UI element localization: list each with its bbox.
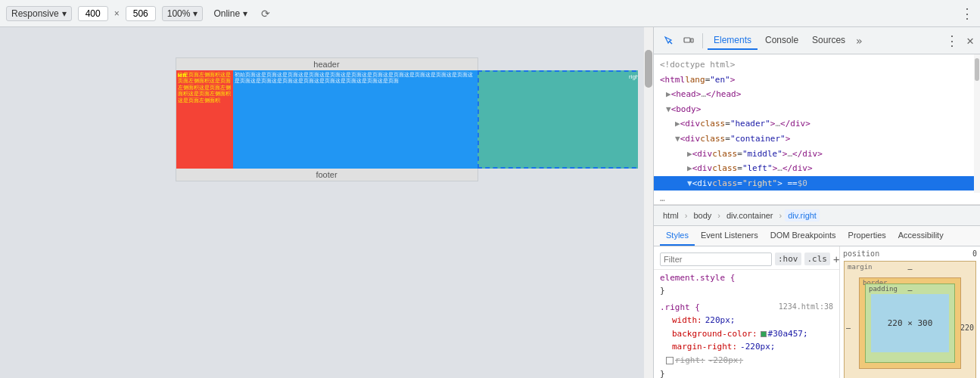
bm-margin-top-val: – — [907, 265, 912, 273]
tree-line[interactable]: ▼ <body> — [654, 102, 980, 117]
css-val-right: -220px; — [708, 354, 743, 367]
breadcrumb-html[interactable]: html — [660, 209, 682, 222]
css-val-width: 220px; — [705, 314, 736, 327]
rotate-icon[interactable]: ⟳ — [261, 8, 270, 20]
preview-pane: header left 这是页面左侧面积这是页面左侧面积这是页面左侧面积这是页面… — [0, 27, 653, 378]
preview-right[interactable]: right — [478, 70, 639, 169]
tab-accessibility[interactable]: Accessibility — [892, 226, 950, 246]
preview-right-label: right — [629, 73, 638, 80]
tab-styles[interactable]: Styles — [660, 226, 695, 246]
filter-input[interactable] — [660, 253, 772, 266]
tab-properties[interactable]: Properties — [842, 226, 892, 246]
html-tag: <html — [660, 73, 685, 87]
bm-padding-label: padding — [869, 285, 898, 293]
tree-line[interactable]: ▶ <head> … </head> — [654, 87, 980, 102]
filter-cls-button[interactable]: .cls — [804, 253, 831, 265]
tab-sources[interactable]: Sources — [806, 32, 851, 50]
top-toolbar: Responsive ▾ × 100% ▾ Online ▾ ⟳ ⋮ — [0, 0, 980, 27]
styles-tabs: Styles Event Listeners DOM Breakpoints P… — [654, 226, 980, 246]
breadcrumb-bar: html › body › div.container › div.right — [654, 205, 980, 226]
breadcrumb-body[interactable]: body — [690, 209, 714, 222]
tree-scrollbar[interactable] — [974, 54, 980, 193]
tree-line[interactable]: ▶ <div class = "middle" > … </div> — [654, 147, 980, 162]
bm-margin-left-val: – — [846, 324, 851, 332]
box-model-position-row: position 0 — [843, 249, 977, 258]
bm-margin-bottom-val: – — [907, 375, 912, 379]
css-selector-right: .right { — [660, 301, 700, 314]
bm-content-size: 220 × 300 — [888, 318, 933, 328]
preview-left: left 这是页面左侧面积这是页面左侧面积这是页面左侧面积这是页面左侧面积这是页… — [176, 70, 233, 169]
styles-content: :hov .cls + element.style { } .right { 1… — [654, 246, 980, 379]
tab-console[interactable]: Console — [759, 32, 804, 50]
width-input[interactable] — [78, 6, 108, 21]
device-toggle-icon[interactable] — [680, 32, 698, 50]
css-rule-element-style: element.style { } — [654, 270, 839, 299]
css-source-link[interactable]: 1234.html:38 — [779, 301, 833, 314]
css-val-bgcolor: #30a457; — [768, 327, 808, 341]
preview-footer: footer — [176, 169, 478, 181]
bm-content-box: 220 × 300 — [871, 294, 949, 352]
tree-line-selected[interactable]: ▼ <div class = "right" > == $0 — [654, 176, 980, 191]
tab-dom-breakpoints[interactable]: DOM Breakpoints — [764, 226, 842, 246]
preview-header: header — [176, 58, 478, 70]
tree-line[interactable]: ▶ <div class = "left" > … </div> — [654, 161, 980, 176]
html-tree: <!doctype html> <html lang = "en" > ▶ <h… — [654, 54, 980, 193]
filter-hov-button[interactable]: :hov — [775, 253, 801, 265]
css-prop-width: width: — [672, 314, 702, 327]
zoom-arrow: ▾ — [193, 8, 198, 19]
breadcrumb-container[interactable]: div.container — [723, 209, 776, 222]
preview-scroll-area: header left 这是页面左侧面积这是页面左侧面积这是页面左侧面积这是页面… — [15, 42, 638, 181]
preview-middle: 初始页面这是页面这是页面这是页面这是页面这是页面这是页面这是页面这是页面这是页面… — [233, 70, 478, 169]
zoom-dropdown[interactable]: 100% ▾ — [162, 6, 204, 21]
tree-line[interactable]: <html lang = "en" > — [654, 73, 980, 88]
css-prop-bgcolor: background-color: — [672, 327, 758, 341]
breadcrumb-right[interactable]: div.right — [785, 209, 820, 222]
tree-more-row: … — [654, 193, 980, 205]
dimension-separator: × — [114, 8, 120, 19]
css-checkbox[interactable] — [666, 357, 674, 364]
color-swatch[interactable] — [761, 331, 767, 337]
bm-margin-label: margin — [848, 263, 873, 271]
preview-wrapper: header left 这是页面左侧面积这是页面左侧面积这是页面左侧面积这是页面… — [176, 57, 478, 181]
position-label: position — [843, 249, 879, 258]
devtools-panel: Elements Console Sources » ⋮ ✕ <!doctype… — [653, 27, 980, 378]
online-arrow: ▾ — [243, 8, 247, 19]
preview-scrollbar-thumb[interactable] — [645, 50, 652, 88]
position-value: 0 — [972, 249, 977, 258]
filter-add-button[interactable]: + — [833, 253, 839, 265]
bm-padding-top-val: – — [907, 286, 912, 294]
tab-event-listeners[interactable]: Event Listeners — [695, 226, 764, 246]
filter-bar: :hov .cls + — [654, 249, 839, 270]
css-val-margin-right: -220px; — [740, 340, 775, 354]
css-rule-right: .right { 1234.html:38 width: 220px; back… — [654, 299, 839, 378]
preview-scrollbar[interactable] — [644, 27, 653, 378]
height-input[interactable] — [126, 6, 156, 21]
svg-rect-1 — [684, 38, 690, 42]
responsive-dropdown[interactable]: Responsive ▾ — [6, 6, 72, 21]
doctype-text: <!doctype html> — [660, 58, 735, 72]
tree-more-dots: … — [660, 194, 665, 203]
devtools-close-icon[interactable]: ✕ — [966, 33, 974, 48]
css-selector: element.style { — [660, 273, 735, 283]
tree-scrollbar-thumb[interactable] — [975, 58, 979, 81]
online-label: Online — [213, 8, 240, 19]
styles-left: :hov .cls + element.style { } .right { 1… — [654, 246, 840, 379]
tree-line[interactable]: ▼ <div class = "container" > — [654, 132, 980, 147]
tree-line[interactable]: ▶ <div class = "header" > … </div> — [654, 116, 980, 132]
tab-elements[interactable]: Elements — [708, 32, 758, 50]
devtools-more-icon[interactable]: ⋮ — [945, 33, 959, 48]
more-tabs-icon[interactable]: » — [853, 32, 865, 50]
tree-line[interactable]: <!doctype html> — [654, 57, 980, 73]
devtools-topbar: Elements Console Sources » ⋮ ✕ — [654, 27, 980, 54]
responsive-arrow: ▾ — [62, 8, 67, 19]
toolbar-more-icon[interactable]: ⋮ — [960, 5, 974, 22]
zoom-label: 100% — [167, 8, 191, 19]
tab-separator — [702, 33, 703, 48]
preview-middle-text: 初始页面这是页面这是页面这是页面这是页面这是页面这是页面这是页面这是页面这是页面… — [233, 70, 478, 86]
main-area: header left 这是页面左侧面积这是页面左侧面积这是页面左侧面积这是页面… — [0, 27, 980, 378]
online-dropdown[interactable]: Online ▾ — [209, 7, 252, 20]
preview-frame: header left 这是页面左侧面积这是页面左侧面积这是页面左侧面积这是页面… — [176, 57, 478, 181]
tree-line[interactable]: <h4> right </h4> — [654, 191, 980, 192]
css-prop-margin-right: margin-right: — [672, 340, 737, 354]
inspect-element-icon[interactable] — [660, 32, 678, 50]
